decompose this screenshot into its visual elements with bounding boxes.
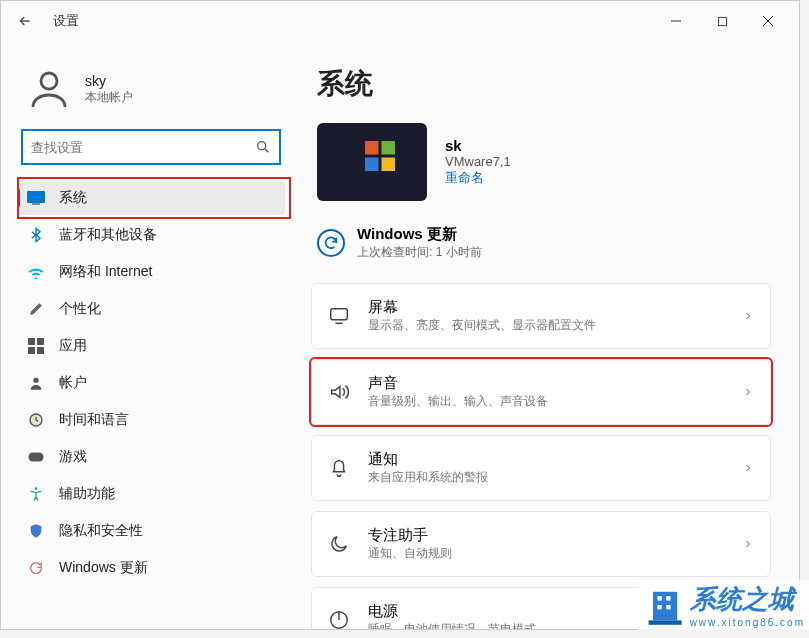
svg-rect-10 [37, 338, 44, 345]
card-notifications[interactable]: 通知 来自应用和系统的警报 [311, 435, 771, 501]
nav-item-time[interactable]: 时间和语言 [17, 403, 285, 437]
svg-point-4 [41, 73, 57, 89]
card-title: 专注助手 [368, 526, 452, 545]
search-input[interactable] [31, 140, 255, 155]
update-subtitle: 上次检查时间: 1 小时前 [357, 244, 482, 261]
page-title: 系统 [317, 65, 771, 103]
svg-rect-25 [653, 592, 677, 621]
nav-label: 时间和语言 [59, 411, 129, 429]
chevron-right-icon [742, 310, 754, 322]
device-thumbnail [317, 123, 427, 201]
svg-rect-1 [718, 17, 726, 25]
nav-list: 系统 蓝牙和其他设备 网络和 Internet [17, 181, 285, 585]
card-title: 屏幕 [368, 298, 596, 317]
device-block: sk VMware7,1 重命名 [317, 123, 771, 201]
nav-label: 系统 [59, 189, 87, 207]
chevron-right-icon [742, 386, 754, 398]
card-sub: 音量级别、输出、输入、声音设备 [368, 393, 548, 410]
moon-icon [328, 533, 350, 555]
update-title: Windows 更新 [357, 225, 482, 244]
search-box[interactable] [21, 129, 281, 165]
device-model: VMware7,1 [445, 154, 511, 169]
nav-item-personalization[interactable]: 个性化 [17, 292, 285, 326]
watermark: 系统之城 www.xitong86.com [638, 580, 809, 630]
bluetooth-icon [27, 226, 45, 244]
nav-label: 帐户 [59, 374, 87, 392]
accessibility-icon [27, 485, 45, 503]
nav-label: 应用 [59, 337, 87, 355]
avatar-icon [25, 65, 73, 113]
window-title: 设置 [53, 12, 79, 30]
close-button[interactable] [745, 5, 791, 37]
svg-rect-8 [32, 203, 40, 205]
card-focus[interactable]: 专注助手 通知、自动规则 [311, 511, 771, 577]
profile-name: sky [85, 73, 133, 89]
nav-item-bluetooth[interactable]: 蓝牙和其他设备 [17, 218, 285, 252]
svg-rect-12 [37, 347, 44, 354]
display-icon [328, 305, 350, 327]
titlebar: 设置 [1, 1, 799, 41]
card-sound[interactable]: 声音 音量级别、输出、输入、声音设备 [311, 359, 771, 425]
rename-link[interactable]: 重命名 [445, 169, 511, 187]
card-sub: 来自应用和系统的警报 [368, 469, 488, 486]
svg-rect-18 [382, 141, 396, 155]
svg-point-5 [258, 142, 266, 150]
card-title: 电源 [368, 602, 536, 621]
sidebar: sky 本地帐户 系统 [1, 41, 301, 629]
nav-item-accounts[interactable]: 帐户 [17, 366, 285, 400]
nav-label: 蓝牙和其他设备 [59, 226, 157, 244]
profile-account-type: 本地帐户 [85, 89, 133, 106]
svg-rect-20 [382, 158, 396, 172]
nav-item-privacy[interactable]: 隐私和安全性 [17, 514, 285, 548]
card-title: 声音 [368, 374, 548, 393]
clock-icon [27, 411, 45, 429]
main-pane: 系统 sk VMware7,1 重命名 [301, 41, 799, 629]
nav-item-update[interactable]: Windows 更新 [17, 551, 285, 585]
minimize-button[interactable] [653, 5, 699, 37]
system-icon [27, 189, 45, 207]
watermark-url: www.xitong86.com [690, 617, 805, 628]
bell-icon [328, 457, 350, 479]
svg-rect-28 [657, 605, 661, 609]
power-icon [328, 609, 350, 629]
svg-rect-26 [657, 596, 661, 600]
update-block[interactable]: Windows 更新 上次检查时间: 1 小时前 [317, 225, 771, 261]
nav-item-gaming[interactable]: 游戏 [17, 440, 285, 474]
svg-rect-27 [666, 596, 670, 600]
wifi-icon [27, 263, 45, 281]
svg-rect-29 [666, 605, 670, 609]
apps-icon [27, 337, 45, 355]
windows-logo-icon [365, 141, 395, 171]
brush-icon [27, 300, 45, 318]
card-sub: 睡眠、电池使用情况、节电模式 [368, 621, 536, 629]
chevron-right-icon [742, 538, 754, 550]
nav-label: 隐私和安全性 [59, 522, 143, 540]
card-display[interactable]: 屏幕 显示器、亮度、夜间模式、显示器配置文件 [311, 283, 771, 349]
shield-icon [27, 522, 45, 540]
svg-rect-17 [365, 141, 379, 155]
settings-window: 设置 sky 本地帐户 [0, 0, 800, 630]
svg-rect-30 [648, 620, 681, 624]
card-title: 通知 [368, 450, 488, 469]
nav-label: 游戏 [59, 448, 87, 466]
card-sub: 显示器、亮度、夜间模式、显示器配置文件 [368, 317, 596, 334]
svg-point-13 [33, 378, 38, 383]
back-button[interactable] [9, 5, 41, 37]
update-sync-icon [317, 229, 345, 257]
svg-rect-7 [27, 191, 45, 203]
svg-rect-11 [28, 347, 35, 354]
nav-item-accessibility[interactable]: 辅助功能 [17, 477, 285, 511]
update-icon [27, 559, 45, 577]
nav-label: 辅助功能 [59, 485, 115, 503]
nav-item-apps[interactable]: 应用 [17, 329, 285, 363]
sound-icon [328, 381, 350, 403]
card-sub: 通知、自动规则 [368, 545, 452, 562]
profile-block[interactable]: sky 本地帐户 [17, 61, 285, 129]
nav-item-system[interactable]: 系统 [17, 181, 285, 215]
maximize-button[interactable] [699, 5, 745, 37]
nav-label: 个性化 [59, 300, 101, 318]
nav-item-network[interactable]: 网络和 Internet [17, 255, 285, 289]
settings-cards: 屏幕 显示器、亮度、夜间模式、显示器配置文件 声音 音量级别、输出、输入、声音设… [311, 283, 771, 629]
watermark-text: 系统之城 [690, 582, 805, 617]
gamepad-icon [27, 448, 45, 466]
